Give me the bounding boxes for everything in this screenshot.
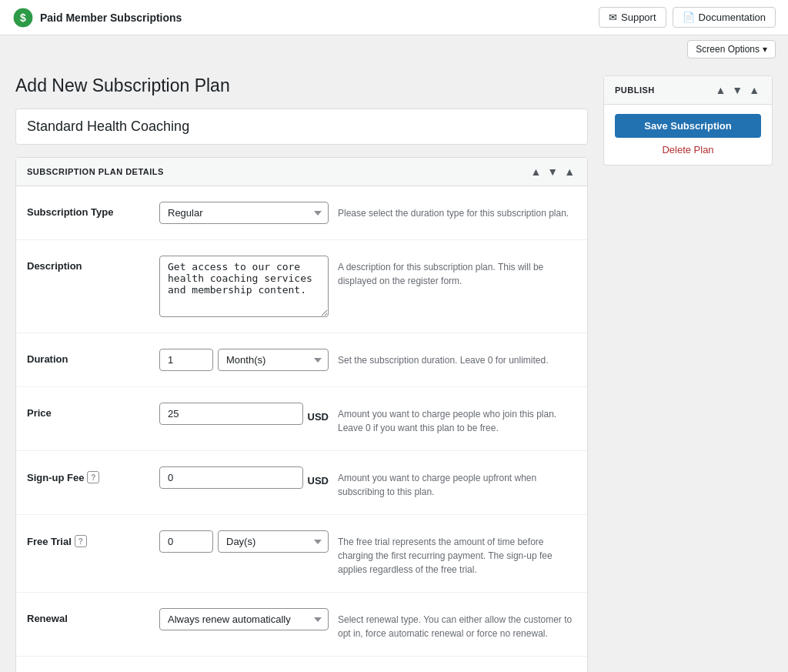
renewal-desc: Select renewal type. You can either allo… (338, 608, 576, 640)
svg-text:$: $ (20, 12, 26, 24)
publish-panel-title: PUBLISH (615, 85, 655, 95)
page-container: Add New Subscription Plan SUBSCRIPTION P… (0, 63, 788, 672)
subscription-type-row: Subscription Type Regular Lifetime One-t… (16, 186, 587, 240)
publish-panel-controls: ▲ ▼ ▲ (713, 84, 761, 96)
price-currency: USD (308, 406, 329, 423)
screen-options-bar: Screen Options ▾ (0, 35, 788, 63)
description-row: Description Get access to our core healt… (16, 240, 587, 333)
renewal-select[interactable]: Always renew automatically Allow custome… (159, 608, 329, 630)
renewal-control: Always renew automatically Allow custome… (159, 608, 329, 630)
save-subscription-button[interactable]: Save Subscription (615, 114, 761, 138)
plan-title-wrapper (15, 109, 588, 145)
subscription-type-control: Regular Lifetime One-time (159, 202, 329, 224)
free-trial-unit-select[interactable]: Day(s) Week(s) Month(s) Year(s) (218, 530, 329, 553)
signup-fee-desc: Amount you want to charge people upfront… (338, 466, 576, 499)
topbar-left: $ Paid Member Subscriptions (12, 7, 182, 28)
description-label: Description (27, 256, 150, 272)
signup-fee-currency: USD (308, 470, 329, 486)
signup-fee-control: USD (159, 466, 329, 489)
documentation-button[interactable]: 📄 Documentation (673, 7, 776, 28)
page-title: Add New Subscription Plan (15, 75, 588, 96)
free-trial-control: Day(s) Week(s) Month(s) Year(s) (159, 530, 329, 553)
app-title: Paid Member Subscriptions (40, 12, 182, 24)
details-panel-header: SUBSCRIPTION PLAN DETAILS ▲ ▼ ▲ (16, 158, 587, 186)
duration-number-input[interactable] (159, 349, 213, 371)
topbar: $ Paid Member Subscriptions ✉ Support 📄 … (0, 0, 788, 35)
topbar-right: ✉ Support 📄 Documentation (599, 7, 776, 28)
signup-fee-row: Sign-up Fee ? USD Amount you want to cha… (16, 451, 587, 515)
free-trial-number-input[interactable] (159, 530, 213, 553)
plan-title-input[interactable] (16, 109, 587, 144)
renewal-row: Renewal Always renew automatically Allow… (16, 593, 587, 657)
price-row: Price USD Amount you want to charge peop… (16, 387, 587, 451)
free-trial-desc: The free trial represents the amount of … (338, 530, 576, 577)
chevron-down-icon: ▾ (763, 44, 767, 55)
delete-plan-link[interactable]: Delete Plan (615, 144, 761, 155)
screen-options-button[interactable]: Screen Options ▾ (687, 40, 776, 59)
price-label: Price (27, 403, 150, 419)
price-desc: Amount you want to charge people who joi… (338, 403, 576, 435)
publish-panel: PUBLISH ▲ ▼ ▲ Save Subscription Delete P… (603, 75, 773, 165)
description-desc: A description for this subscription plan… (338, 256, 576, 288)
document-icon: 📄 (683, 12, 695, 23)
panel-collapse-up-button[interactable]: ▲ (529, 165, 543, 178)
publish-panel-header: PUBLISH ▲ ▼ ▲ (604, 76, 772, 105)
details-panel-title: SUBSCRIPTION PLAN DETAILS (27, 167, 164, 176)
signup-fee-label: Sign-up Fee ? (27, 466, 150, 483)
duration-label: Duration (27, 349, 150, 365)
support-button[interactable]: ✉ Support (599, 7, 666, 28)
free-trial-label: Free Trial ? (27, 530, 150, 547)
duration-desc: Set the subscription duration. Leave 0 f… (338, 349, 576, 367)
description-control: Get access to our core health coaching s… (159, 256, 329, 317)
sidebar: PUBLISH ▲ ▼ ▲ Save Subscription Delete P… (603, 75, 773, 165)
main-content: Add New Subscription Plan SUBSCRIPTION P… (15, 75, 588, 672)
free-trial-row: Free Trial ? Day(s) Week(s) Month(s) Yea… (16, 515, 587, 593)
description-textarea[interactable]: Get access to our core health coaching s… (159, 256, 329, 317)
details-panel: SUBSCRIPTION PLAN DETAILS ▲ ▼ ▲ Subscrip… (15, 157, 588, 672)
signup-fee-help-icon[interactable]: ? (87, 471, 99, 483)
app-logo-icon: $ (12, 7, 34, 28)
subscription-type-desc: Please select the duration type for this… (338, 202, 576, 220)
publish-panel-body: Save Subscription Delete Plan (604, 105, 772, 165)
free-trial-help-icon[interactable]: ? (75, 535, 87, 547)
panel-toggle-button[interactable]: ▲ (563, 165, 576, 178)
price-control: USD (159, 403, 329, 425)
publish-collapse-down-button[interactable]: ▼ (730, 84, 744, 96)
duration-control: Day(s) Week(s) Month(s) Year(s) (159, 349, 329, 371)
publish-collapse-up-button[interactable]: ▲ (713, 84, 727, 96)
duration-unit-select[interactable]: Day(s) Week(s) Month(s) Year(s) (218, 349, 329, 371)
status-row: Status Active Inactive Only active subsc… (16, 657, 587, 672)
panel-collapse-down-button[interactable]: ▼ (546, 165, 559, 178)
subscription-type-select[interactable]: Regular Lifetime One-time (159, 202, 329, 224)
price-input[interactable] (159, 403, 303, 425)
subscription-type-label: Subscription Type (27, 202, 150, 218)
publish-toggle-button[interactable]: ▲ (747, 84, 761, 96)
renewal-label: Renewal (27, 608, 150, 624)
envelope-icon: ✉ (609, 12, 617, 23)
panel-controls: ▲ ▼ ▲ (529, 165, 576, 178)
duration-row: Duration Day(s) Week(s) Month(s) Year(s)… (16, 333, 587, 387)
signup-fee-input[interactable] (159, 466, 303, 489)
